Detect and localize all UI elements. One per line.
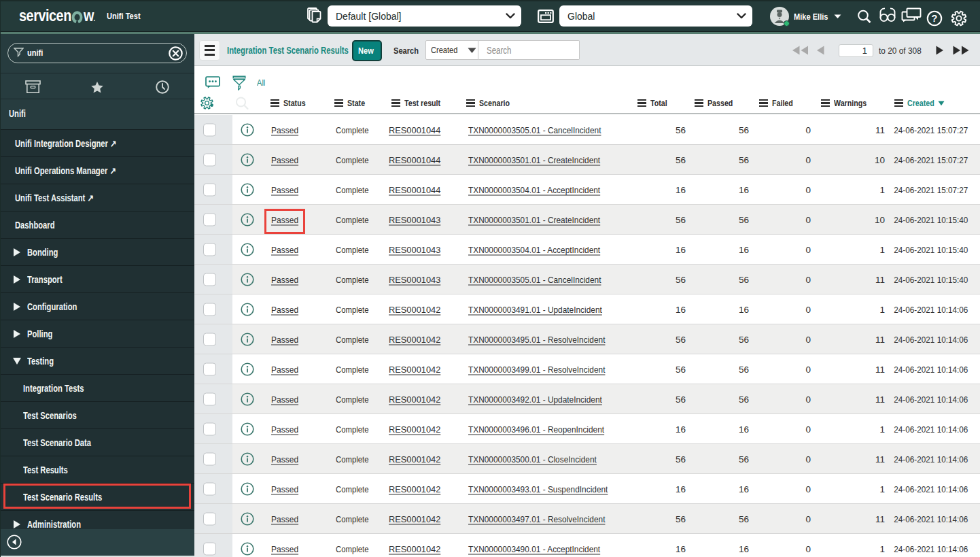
svg-text:?: ? <box>932 13 938 24</box>
